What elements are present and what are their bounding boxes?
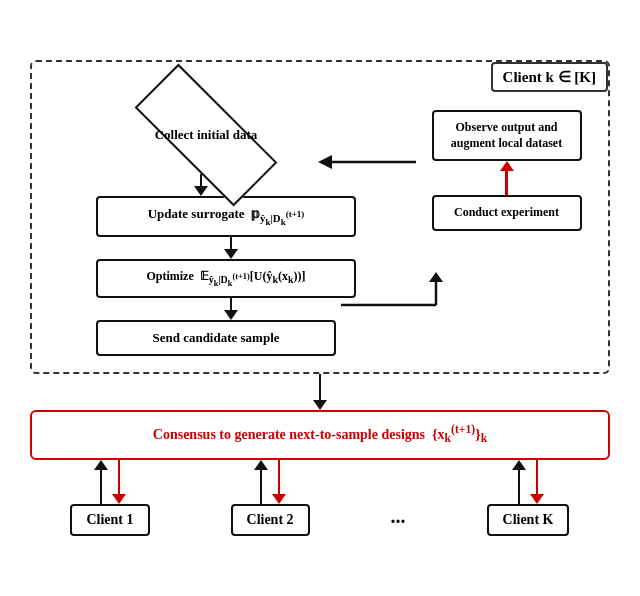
client-1-item: Client 1 (70, 460, 149, 536)
client-k-arrows (512, 460, 544, 504)
dots-item: ... (391, 505, 406, 536)
left-flow: Collect initial data Update surrogate 𝕡ŷ… (46, 100, 375, 356)
update-surrogate-box: Update surrogate 𝕡ŷk|Dk(t+1) (96, 196, 356, 237)
clients-row: Client 1 Client 2 ... (30, 460, 610, 536)
right-column: Observe output and augment local dataset… (429, 110, 584, 231)
arrow-conduct-to-observe (500, 161, 514, 195)
client-2-arrows (254, 460, 286, 504)
client-2-box: Client 2 (231, 504, 310, 536)
client-1-down-arrow (112, 460, 126, 504)
arrow-optimize-to-send (224, 298, 238, 320)
client-2-item: Client 2 (231, 460, 310, 536)
arrow-update-to-optimize (224, 237, 238, 259)
client-k-down-arrow (530, 460, 544, 504)
arrow-diamond-to-update (194, 174, 208, 196)
client-2-up-arrow (254, 460, 268, 504)
client-region: Client k ∈ [K] Collect initial data (30, 60, 610, 374)
dots-label: ... (391, 505, 406, 528)
svg-marker-2 (429, 272, 443, 282)
client-1-up-arrow (94, 460, 108, 504)
arrow-to-consensus (313, 374, 327, 410)
consensus-box: Consensus to generate next-to-sample des… (30, 410, 610, 460)
consensus-section: Consensus to generate next-to-sample des… (30, 410, 610, 460)
client-2-down-arrow (272, 460, 286, 504)
diamond-shape: Collect initial data (126, 100, 286, 170)
client-1-box: Client 1 (70, 504, 149, 536)
client-k-box: Client K (487, 504, 570, 536)
client-k-label: Client k ∈ [K] (491, 62, 608, 92)
client-k-item: Client K (487, 460, 570, 536)
optimize-box: Optimize 𝔼ŷk|Dk(t+1)[U(ŷk(xk))] (96, 259, 356, 298)
client-1-arrows (94, 460, 126, 504)
client-k-up-arrow (512, 460, 526, 504)
observe-output-box: Observe output and augment local dataset (432, 110, 582, 161)
conduct-experiment-box: Conduct experiment (432, 195, 582, 231)
flowchart-diagram: Client k ∈ [K] Collect initial data (30, 60, 610, 536)
diamond-text: Collect initial data (155, 127, 258, 144)
send-candidate-box: Send candidate sample (96, 320, 336, 356)
